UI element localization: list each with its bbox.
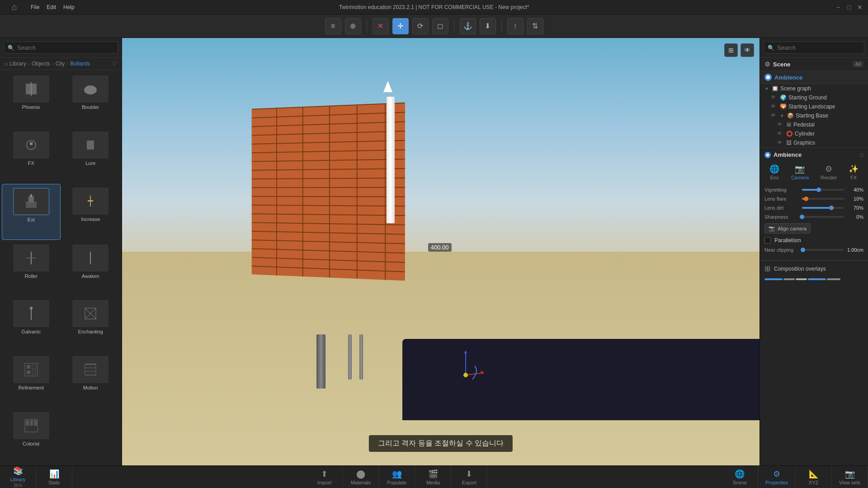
scene-tab[interactable]: 🌐 Scene: [722, 466, 758, 488]
comp-bar-2: [783, 278, 795, 280]
list-item[interactable]: Motion: [61, 352, 120, 408]
lensdirt-slider[interactable]: [802, 207, 844, 209]
list-item[interactable]: Lure: [61, 128, 120, 183]
list-item[interactable]: Refinement: [2, 352, 61, 408]
viewsets-tab[interactable]: 📷 View sets: [832, 466, 868, 488]
xyz-tab[interactable]: 📐 XYZ: [796, 466, 832, 488]
tree-row-pedestal[interactable]: 👁 🏛 Pedestal: [760, 120, 868, 129]
pin-toolbar-btn[interactable]: ⊕: [345, 18, 361, 34]
list-item[interactable]: Boulder: [61, 72, 120, 127]
align-camera-button[interactable]: 📷 Align camera: [764, 223, 811, 234]
left-search-input[interactable]: [17, 44, 114, 51]
properties-tab[interactable]: ⚙ Properties: [758, 466, 796, 488]
bottom-spacer2: [487, 466, 722, 488]
item-thumb-fx: [13, 131, 49, 159]
visibility-button[interactable]: 👁: [741, 43, 754, 57]
split-view-button[interactable]: ⊞: [724, 43, 738, 57]
comp-bar-3: [796, 278, 807, 280]
minimize-button[interactable]: −: [835, 5, 841, 10]
tree-row-cylinder[interactable]: 👁 ⭕ Cylinder: [760, 129, 868, 138]
menu-help[interactable]: Help: [63, 4, 75, 10]
lines-toolbar-btn[interactable]: ≡: [325, 18, 341, 34]
list-item[interactable]: Galvanic: [2, 296, 61, 352]
tab-camera[interactable]: 📷 Camera: [788, 162, 812, 183]
breadcrumb-bollards[interactable]: Bollards: [70, 61, 90, 67]
import-label: Import: [317, 480, 331, 485]
sharpness-slider[interactable]: [802, 216, 844, 218]
menu-edit[interactable]: Edit: [47, 4, 56, 10]
bollard-1: [316, 334, 326, 389]
left-search-box[interactable]: 🔍: [4, 42, 118, 54]
ambience-header[interactable]: Ambience: [760, 71, 868, 84]
svg-line-34: [601, 38, 651, 128]
refresh-toolbar-btn[interactable]: ⟳: [412, 18, 429, 34]
list-item[interactable]: Enchanting: [61, 296, 120, 352]
tab-env[interactable]: 🌐 Env: [766, 162, 783, 183]
materials-tab[interactable]: ⬤ Materials: [343, 466, 379, 488]
arrowup-toolbar-btn[interactable]: ↑: [507, 18, 524, 34]
list-item[interactable]: Roller: [2, 241, 61, 296]
favorite-button[interactable]: ♡: [112, 61, 117, 67]
breadcrumb-library[interactable]: Library: [9, 61, 26, 67]
populate-tab[interactable]: 👥 Populate: [379, 466, 415, 488]
toolbar-sep3: [501, 20, 502, 33]
ambience-section-icon: [764, 152, 771, 158]
parallelism-label: Parallelism: [774, 237, 801, 244]
item-thumb-increase: [72, 188, 108, 215]
maximize-button[interactable]: □: [846, 5, 852, 10]
library-pct: 36%: [13, 483, 22, 488]
breadcrumb-objects[interactable]: Objects: [32, 61, 50, 67]
stats-tab[interactable]: 📊 Stats: [36, 466, 72, 488]
library-tab[interactable]: 📚 Library 36%: [0, 466, 36, 488]
tree-row-starting-base[interactable]: 👁 ▼ 📦 Starting Base: [760, 111, 868, 120]
nearclipping-label: Near clipping: [764, 247, 798, 253]
lensflare-thumb: [804, 197, 808, 201]
graphics-icon: 🖼: [786, 140, 792, 146]
menu-file[interactable]: File: [31, 4, 39, 10]
list-item[interactable]: Increase: [61, 184, 120, 240]
arrows-toolbar-btn[interactable]: ⇅: [527, 18, 543, 34]
tab-render[interactable]: ⚙ Render: [817, 162, 840, 183]
tree-row-starting-ground[interactable]: 👁 🌍 Starting Ground: [760, 93, 868, 102]
svg-rect-31: [30, 420, 33, 426]
list-item[interactable]: Ext: [2, 184, 61, 240]
nearclipping-slider[interactable]: [802, 249, 844, 251]
list-item[interactable]: Colorist: [2, 408, 61, 464]
composition-row[interactable]: ⊞ Composition overlays: [760, 260, 868, 277]
right-search-input[interactable]: [777, 44, 860, 51]
export-tab[interactable]: ⬇ Export: [451, 466, 487, 488]
breadcrumb-city[interactable]: City: [56, 61, 65, 67]
tab-fx[interactable]: ✨ FX: [845, 162, 862, 183]
pillar-object: [387, 97, 395, 223]
import-tab[interactable]: ⬆ Import: [307, 466, 343, 488]
list-item[interactable]: Awaken: [61, 241, 120, 296]
scene-graph-item[interactable]: ▼ 🔲 Scene graph: [760, 84, 868, 93]
box-toolbar-btn[interactable]: ◻: [432, 18, 448, 34]
tree-row-starting-landscape[interactable]: 👁 🌄 Starting Landscape: [760, 102, 868, 111]
parallelism-checkbox[interactable]: [764, 237, 771, 244]
anchor-toolbar-btn[interactable]: ⚓: [460, 18, 476, 34]
landscape-icon: 🌄: [780, 103, 787, 110]
ground-icon: 🌍: [780, 94, 787, 101]
list-item[interactable]: Phoenix: [2, 72, 61, 127]
item-name-refinement: Refinement: [19, 385, 44, 390]
move-toolbar-btn[interactable]: ✛: [392, 18, 409, 34]
bottombar: 📚 Library 36% 📊 Stats ⬆ Import ⬤ Materia…: [0, 465, 868, 488]
list-item[interactable]: FX: [2, 128, 61, 183]
distance-label: 400.00: [428, 243, 452, 252]
svg-rect-4: [30, 142, 33, 145]
item-name-enchanting: Enchanting: [78, 329, 103, 334]
download-toolbar-btn[interactable]: ⬇: [480, 18, 496, 34]
tree-row-graphics[interactable]: 👁 🖼 Graphics: [760, 138, 868, 147]
lensflare-slider[interactable]: [802, 198, 844, 200]
fx-tab-icon: ✨: [849, 164, 859, 174]
close-button[interactable]: ✕: [857, 5, 863, 10]
collapse-icon: ▼: [764, 86, 769, 91]
tree-label-cylinder: Cylinder: [795, 131, 815, 137]
media-tab[interactable]: 🎬 Media: [415, 466, 451, 488]
right-search-box[interactable]: 🔍: [764, 42, 864, 54]
home-button[interactable]: ⌂: [5, 0, 24, 16]
close-toolbar-btn[interactable]: ✕: [373, 18, 389, 34]
vignetting-slider[interactable]: [802, 189, 844, 191]
viewport[interactable]: 400.00 ⊞ 👁 그리고 격자 등을 조절하실 수 있습니다: [122, 38, 760, 465]
